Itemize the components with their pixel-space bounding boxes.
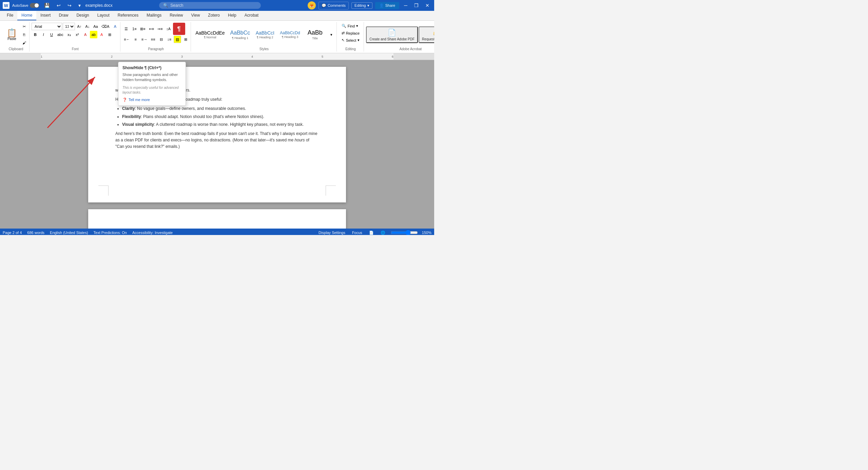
italic-button[interactable]: I [40, 31, 47, 38]
document-area[interactable]: while showing stakeholders what matters.… [0, 60, 434, 229]
web-layout-button[interactable]: 🌐 [379, 229, 387, 235]
style-normal-preview: AaBbCcDdEe [195, 30, 225, 36]
increase-indent-button[interactable]: ⇒≡ [156, 25, 164, 33]
tab-draw[interactable]: Draw [55, 11, 72, 20]
tab-help[interactable]: Help [224, 11, 240, 20]
share-button[interactable]: 👤 Share [375, 2, 399, 9]
tab-mailings[interactable]: Mailings [142, 11, 166, 20]
sort-button[interactable]: ↕A [165, 25, 172, 33]
editing-chevron: ▾ [367, 3, 369, 8]
request-signatures-button[interactable]: ✍ Request Signatures [419, 26, 434, 43]
justify-button[interactable]: ≡≡ [149, 36, 157, 43]
style-heading2[interactable]: AaBbCcI ¶ Heading 2 [253, 29, 277, 41]
bullets-button[interactable]: ☰ [122, 25, 130, 33]
bold-button[interactable]: B [32, 31, 39, 38]
show-hide-button[interactable]: ¶ [173, 23, 185, 35]
paste-button[interactable]: 📋 Paste [4, 27, 20, 42]
decrease-indent-button[interactable]: ⇐≡ [148, 25, 155, 33]
share-label: Share [385, 3, 395, 7]
create-share-pdf-button[interactable]: 📄 Create and Share Adobe PDF [366, 26, 418, 43]
tab-review[interactable]: Review [166, 11, 187, 20]
redo-button[interactable]: ↪ [65, 3, 74, 8]
font-expand-button[interactable]: ⊞ [106, 31, 114, 38]
bullet1-label: Clarity [122, 106, 135, 111]
subscript-button[interactable]: x₂ [65, 31, 73, 38]
tab-layout[interactable]: Layout [93, 11, 114, 20]
customize-qat-button[interactable]: ▾ [76, 3, 83, 8]
page-corner-br [326, 185, 336, 196]
text-color-button[interactable]: A [98, 31, 105, 38]
clear-format-button[interactable]: ⌫A [100, 23, 111, 30]
minimize-button[interactable]: ─ [402, 3, 409, 8]
undo-button[interactable]: ↩ [55, 3, 63, 8]
svg-line-1 [47, 77, 95, 128]
tab-acrobat[interactable]: Acrobat [240, 11, 263, 20]
style-normal[interactable]: AaBbCcDdEe ¶ Normal [193, 29, 227, 41]
tell-me-more-link[interactable]: ❓ Tell me more [122, 98, 181, 102]
numbering-button[interactable]: 1≡ [131, 25, 138, 33]
autosave-control[interactable]: AutoSave [12, 3, 39, 8]
print-layout-button[interactable]: 📄 [368, 229, 375, 235]
borders-button[interactable]: ⊞ [182, 36, 189, 43]
tab-file[interactable]: File [3, 11, 17, 20]
style-h1-preview: AaBbCc [230, 30, 250, 36]
help-icon: ❓ [122, 98, 127, 102]
tab-home[interactable]: Home [17, 11, 36, 20]
tab-references[interactable]: References [114, 11, 142, 20]
document-page-2[interactable] [88, 209, 346, 229]
search-bar[interactable]: 🔍 Search [159, 2, 261, 9]
tooltip-description: Show paragraph marks and other hidden fo… [122, 72, 181, 83]
format-painter-button[interactable]: 🖌 [20, 39, 28, 46]
tab-design[interactable]: Design [72, 11, 93, 20]
filename: examples.docx [85, 3, 113, 8]
display-settings-button[interactable]: Display Settings [317, 229, 347, 235]
underline-button[interactable]: U [48, 31, 55, 38]
tab-zotero[interactable]: Zotero [204, 11, 224, 20]
style-title[interactable]: AaBb Title [303, 28, 327, 41]
autosave-toggle[interactable] [30, 3, 39, 8]
bullet-item-1: Clarity: No vague goals—define owners, a… [122, 105, 319, 112]
change-case-button[interactable]: Aa [92, 23, 99, 30]
align-left-button[interactable]: ≡← [122, 36, 131, 43]
clipboard-label: Clipboard [9, 46, 23, 51]
line-spacing-button[interactable]: ↕≡ [166, 36, 173, 43]
text-effects-button[interactable]: A [111, 23, 119, 30]
accessibility[interactable]: Accessibility: Investigate [132, 231, 173, 235]
zoom-level: 150% [422, 231, 431, 235]
select-button[interactable]: ↖ Select ▾ [339, 37, 363, 43]
strikethrough-button[interactable]: abc [56, 31, 65, 38]
style-h2-preview: AaBbCcI [256, 30, 274, 36]
page-total-num: 4 [20, 231, 22, 235]
font-shrink-button[interactable]: A↓ [84, 23, 91, 30]
zoom-slider[interactable] [391, 230, 418, 235]
styles-more-button[interactable]: ▾ [328, 31, 335, 38]
font-size-select[interactable]: 11 [63, 23, 75, 30]
multilevel-button[interactable]: ⊞≡ [139, 25, 147, 33]
tab-insert[interactable]: Insert [36, 11, 55, 20]
paste-label: Paste [7, 37, 16, 41]
cut-button[interactable]: ✂ [20, 23, 28, 30]
save-button[interactable]: 💾 [42, 3, 52, 8]
highlight-button[interactable]: ab [90, 31, 97, 38]
copy-button[interactable]: ⎘ [20, 31, 28, 38]
replace-button[interactable]: ⇄ Replace [339, 30, 362, 36]
restore-button[interactable]: ❒ [412, 3, 421, 8]
font-group: Arial 11 A↑ A↓ Aa ⌫A A B I U abc x₂ [30, 22, 120, 52]
superscript-button[interactable]: x² [74, 31, 81, 38]
editing-badge[interactable]: Editing ▾ [351, 2, 372, 9]
comments-button[interactable]: 💬 Comments [319, 2, 349, 9]
close-button[interactable]: ✕ [423, 3, 431, 8]
font-grow-button[interactable]: A↑ [76, 23, 83, 30]
focus-button[interactable]: Focus [351, 229, 364, 235]
align-center-button[interactable]: ≡ [132, 36, 139, 43]
style-heading1[interactable]: AaBbCc ¶ Heading 1 [228, 28, 253, 41]
style-heading3[interactable]: AaBbCcDd ¶ Heading 3 [277, 29, 302, 40]
tooltip-title: Show/Hide ¶ (Ctrl+*) [122, 65, 181, 70]
tab-view[interactable]: View [187, 11, 204, 20]
find-button[interactable]: 🔍 Find ▾ [339, 23, 361, 29]
font-color-button[interactable]: A [82, 31, 89, 38]
font-family-select[interactable]: Arial [32, 23, 62, 30]
columns-button[interactable]: ⊟ [157, 36, 165, 43]
shading-button[interactable]: ▨ [174, 36, 181, 43]
align-right-button[interactable]: ≡→ [140, 36, 149, 43]
